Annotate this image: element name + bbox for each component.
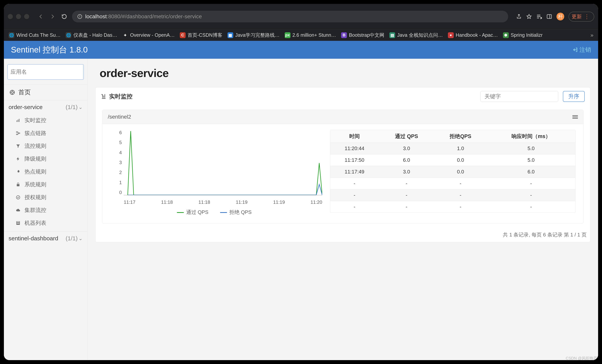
- table-row: ----: [330, 178, 575, 189]
- bookmark-item[interactable]: ▤Java 全栈知识点问…: [389, 32, 443, 38]
- fire-icon: [15, 169, 21, 174]
- app-search-input[interactable]: [8, 64, 83, 79]
- sidebar-item[interactable]: 热点规则: [4, 165, 87, 178]
- panel-title: 实时监控: [109, 93, 132, 101]
- table-row: ----: [330, 201, 575, 213]
- sidebar-item[interactable]: 流控规则: [4, 140, 87, 152]
- bookmark-item[interactable]: 🌐Wind Cuts The Su…: [9, 32, 61, 38]
- address-bar[interactable]: localhost:8080/#/dashboard/metric/order-…: [72, 11, 508, 22]
- lock-icon: [15, 182, 21, 187]
- playlist-icon[interactable]: [536, 14, 542, 20]
- bookmark-item[interactable]: ❃Spring Initializr: [503, 32, 543, 38]
- chart-legend: 通过 QPS 拒绝 QPS: [106, 204, 322, 216]
- watermark: CSDN @风听晚霞: [566, 356, 597, 360]
- table-row: 11:17:506.00.05.0: [330, 154, 575, 166]
- sidebar-submenu: 实时监控簇点链路流控规则降级规则热点规则系统规则授权规则集群流控机器列表: [4, 114, 87, 231]
- bookmark-item[interactable]: BBootstrap中文网: [341, 32, 384, 38]
- sidebar-item[interactable]: 簇点链路: [4, 127, 87, 140]
- table-header: 响应时间（ms）: [487, 130, 575, 143]
- svg-rect-11: [16, 134, 18, 135]
- cloud-icon: [15, 208, 21, 213]
- sidebar: 搜索 首页 order-service (1/1)⌄ 实时监控簇点链路流控规则降…: [4, 59, 87, 360]
- svg-rect-9: [19, 119, 20, 122]
- bookmark-item[interactable]: 🌐仪表盘 - Halo Das…: [65, 32, 117, 38]
- chevron-down-icon: ⌄: [78, 104, 83, 110]
- content-area: order-service 实时监控 升序: [87, 59, 598, 360]
- svg-rect-17: [17, 224, 20, 225]
- sort-button[interactable]: 升序: [563, 91, 585, 102]
- star-icon[interactable]: [526, 14, 532, 20]
- svg-rect-8: [18, 120, 18, 122]
- bookmarks-bar: 🌐Wind Cuts The Su…🌐仪表盘 - Halo Das…✦Overv…: [4, 29, 598, 41]
- sidebar-app-sentinel-dashboard[interactable]: sentinel-dashboard (1/1)⌄: [4, 231, 87, 245]
- bookmark-item[interactable]: C首页-CSDN博客: [180, 32, 222, 38]
- metric-table: 时间通过 QPS拒绝QPS响应时间（ms） 11:20:443.01.05.01…: [330, 130, 576, 213]
- chart-bar-icon: [15, 118, 21, 123]
- page-title: order-service: [100, 66, 590, 80]
- window-controls[interactable]: [8, 14, 29, 19]
- card-menu-icon[interactable]: [572, 115, 578, 119]
- svg-rect-13: [17, 184, 20, 186]
- app-search: 搜索: [7, 64, 84, 80]
- check-circle-icon: [15, 195, 21, 200]
- table-header: 通过 QPS: [379, 130, 434, 143]
- sidebar-item[interactable]: 系统规则: [4, 178, 87, 191]
- url-host: localhost: [85, 13, 107, 20]
- nav-forward-icon[interactable]: [49, 13, 56, 21]
- sidebar-item[interactable]: 机器列表: [4, 217, 87, 229]
- sidebar-home[interactable]: 首页: [4, 84, 87, 100]
- sidebar-item[interactable]: 降级规则: [4, 152, 87, 165]
- list-tree-icon: [15, 131, 21, 135]
- table-row: 11:17:493.00.06.0: [330, 166, 575, 178]
- svg-point-2: [80, 17, 80, 18]
- url-path: :8080/#/dashboard/metric/order-service: [107, 13, 202, 20]
- update-button[interactable]: 更新⋮: [569, 12, 594, 21]
- metric-chart: 6543210 11:1711:1811:1811:1911:1911:20 通…: [106, 130, 322, 216]
- table-row: 11:20:443.01.05.0: [330, 143, 575, 154]
- svg-point-6: [11, 91, 13, 93]
- app-title: Sentinel 控制台 1.8.0: [11, 44, 88, 55]
- resource-name: /sentinel2: [108, 114, 131, 120]
- chevron-down-icon: ⌄: [78, 236, 83, 241]
- bookmark-item[interactable]: px2.6 million+ Stunn…: [285, 32, 336, 38]
- svg-rect-7: [17, 120, 17, 122]
- sidebar-item[interactable]: 实时监控: [4, 114, 87, 127]
- bookmark-item[interactable]: ✦Overview - OpenA…: [122, 32, 174, 38]
- server-list-icon: [15, 221, 21, 225]
- svg-rect-3: [547, 15, 552, 19]
- nav-back-icon[interactable]: [37, 13, 45, 21]
- nav-reload-icon[interactable]: [60, 13, 68, 21]
- metric-card: /sentinel2 6543210 11:1711:1811:1811:191…: [102, 110, 583, 224]
- bolt-icon: [15, 156, 21, 161]
- svg-rect-16: [17, 223, 20, 224]
- table-row: ----: [330, 189, 575, 201]
- svg-rect-12: [19, 133, 20, 134]
- pagination-info: 共 1 条记录, 每页 6 条记录 第 1 / 1 页: [96, 226, 590, 242]
- browser-chrome: localhost:8080/#/dashboard/metric/order-…: [4, 4, 598, 29]
- chrome-actions: 杆 更新⋮: [516, 12, 594, 21]
- table-header: 拒绝QPS: [434, 130, 487, 143]
- app-search-button[interactable]: 搜索: [83, 64, 84, 79]
- sidebar-item[interactable]: 授权规则: [4, 191, 87, 204]
- logout-link[interactable]: 注销: [572, 46, 591, 54]
- sidebar-app-order-service[interactable]: order-service (1/1)⌄: [4, 100, 87, 114]
- bookmark-item[interactable]: ▦Java学习完整路线…: [227, 32, 280, 38]
- keyword-input[interactable]: [480, 91, 558, 102]
- bookmark-item[interactable]: ●Handbook - Apac…: [448, 32, 498, 38]
- svg-rect-10: [16, 132, 18, 132]
- svg-rect-15: [17, 221, 20, 222]
- app-header: Sentinel 控制台 1.8.0 注销: [4, 41, 598, 59]
- panel-icon[interactable]: [546, 14, 552, 20]
- profile-avatar[interactable]: 杆: [557, 13, 564, 21]
- share-icon[interactable]: [516, 14, 522, 20]
- bookmarks-overflow-icon[interactable]: »: [590, 32, 593, 38]
- sidebar-item[interactable]: 集群流控: [4, 204, 87, 217]
- table-header: 时间: [330, 130, 379, 143]
- filter-icon: [15, 144, 21, 148]
- realtime-panel: 实时监控 升序 /sentinel2: [95, 87, 590, 242]
